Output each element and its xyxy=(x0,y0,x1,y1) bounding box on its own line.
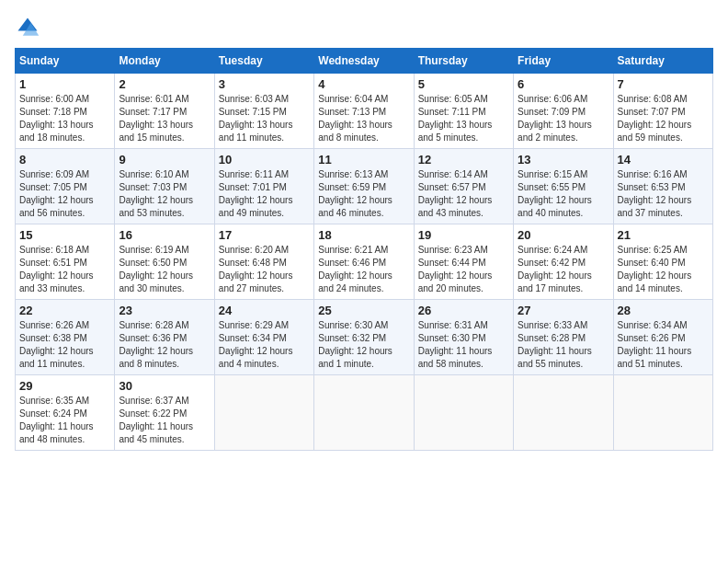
day-number: 17 xyxy=(219,228,310,242)
calendar-cell xyxy=(214,375,313,451)
calendar-cell: 23Sunrise: 6:28 AM Sunset: 6:36 PM Dayli… xyxy=(115,300,214,375)
calendar-cell xyxy=(414,375,513,451)
calendar-cell: 30Sunrise: 6:37 AM Sunset: 6:22 PM Dayli… xyxy=(115,375,214,451)
calendar-cell: 10Sunrise: 6:11 AM Sunset: 7:01 PM Dayli… xyxy=(214,149,313,224)
day-info: Sunrise: 6:37 AM Sunset: 6:22 PM Dayligh… xyxy=(119,395,210,446)
day-info: Sunrise: 6:34 AM Sunset: 6:26 PM Dayligh… xyxy=(618,319,709,371)
day-info: Sunrise: 6:29 AM Sunset: 6:34 PM Dayligh… xyxy=(219,319,310,371)
day-number: 23 xyxy=(119,304,210,317)
column-header-saturday: Saturday xyxy=(613,49,712,74)
day-number: 20 xyxy=(518,228,609,242)
day-info: Sunrise: 6:11 AM Sunset: 7:01 PM Dayligh… xyxy=(219,168,310,220)
day-info: Sunrise: 6:16 AM Sunset: 6:53 PM Dayligh… xyxy=(618,168,709,220)
week-row-4: 22Sunrise: 6:26 AM Sunset: 6:38 PM Dayli… xyxy=(16,300,713,375)
calendar-cell xyxy=(514,375,613,451)
calendar-cell: 26Sunrise: 6:31 AM Sunset: 6:30 PM Dayli… xyxy=(414,300,513,375)
calendar-cell: 13Sunrise: 6:15 AM Sunset: 6:55 PM Dayli… xyxy=(514,149,613,224)
calendar-cell: 4Sunrise: 6:04 AM Sunset: 7:13 PM Daylig… xyxy=(314,74,414,149)
calendar-cell: 8Sunrise: 6:09 AM Sunset: 7:05 PM Daylig… xyxy=(16,149,115,224)
day-number: 8 xyxy=(19,153,110,167)
day-info: Sunrise: 6:10 AM Sunset: 7:03 PM Dayligh… xyxy=(119,168,210,220)
calendar-cell: 18Sunrise: 6:21 AM Sunset: 6:46 PM Dayli… xyxy=(314,224,414,300)
calendar-cell: 1Sunrise: 6:00 AM Sunset: 7:18 PM Daylig… xyxy=(16,74,115,149)
day-number: 26 xyxy=(418,304,509,317)
calendar-cell: 9Sunrise: 6:10 AM Sunset: 7:03 PM Daylig… xyxy=(115,149,214,224)
calendar-cell: 6Sunrise: 6:06 AM Sunset: 7:09 PM Daylig… xyxy=(514,74,613,149)
logo xyxy=(15,15,44,40)
day-number: 5 xyxy=(418,77,509,91)
day-info: Sunrise: 6:04 AM Sunset: 7:13 PM Dayligh… xyxy=(318,93,409,144)
day-info: Sunrise: 6:35 AM Sunset: 6:24 PM Dayligh… xyxy=(19,395,110,446)
calendar-cell: 28Sunrise: 6:34 AM Sunset: 6:26 PM Dayli… xyxy=(613,300,712,375)
day-info: Sunrise: 6:00 AM Sunset: 7:18 PM Dayligh… xyxy=(19,93,110,144)
calendar-cell: 20Sunrise: 6:24 AM Sunset: 6:42 PM Dayli… xyxy=(514,224,613,300)
calendar-body: 1Sunrise: 6:00 AM Sunset: 7:18 PM Daylig… xyxy=(16,74,713,451)
calendar-cell: 17Sunrise: 6:20 AM Sunset: 6:48 PM Dayli… xyxy=(214,224,313,300)
day-number: 18 xyxy=(318,228,409,242)
day-info: Sunrise: 6:13 AM Sunset: 6:59 PM Dayligh… xyxy=(318,168,409,220)
day-number: 6 xyxy=(518,77,609,91)
calendar-cell: 11Sunrise: 6:13 AM Sunset: 6:59 PM Dayli… xyxy=(314,149,414,224)
day-number: 14 xyxy=(618,153,709,167)
calendar-table: SundayMondayTuesdayWednesdayThursdayFrid… xyxy=(15,48,713,451)
day-number: 15 xyxy=(19,228,110,242)
day-info: Sunrise: 6:01 AM Sunset: 7:17 PM Dayligh… xyxy=(119,93,210,144)
column-header-friday: Friday xyxy=(514,49,613,74)
day-number: 2 xyxy=(119,77,210,91)
day-info: Sunrise: 6:03 AM Sunset: 7:15 PM Dayligh… xyxy=(219,93,310,144)
day-info: Sunrise: 6:20 AM Sunset: 6:48 PM Dayligh… xyxy=(219,244,310,295)
day-info: Sunrise: 6:21 AM Sunset: 6:46 PM Dayligh… xyxy=(318,244,409,295)
calendar-cell: 27Sunrise: 6:33 AM Sunset: 6:28 PM Dayli… xyxy=(514,300,613,375)
day-info: Sunrise: 6:09 AM Sunset: 7:05 PM Dayligh… xyxy=(19,168,110,220)
calendar-header: SundayMondayTuesdayWednesdayThursdayFrid… xyxy=(16,49,713,74)
day-info: Sunrise: 6:30 AM Sunset: 6:32 PM Dayligh… xyxy=(318,319,409,371)
day-info: Sunrise: 6:14 AM Sunset: 6:57 PM Dayligh… xyxy=(418,168,509,220)
day-number: 12 xyxy=(418,153,509,167)
day-info: Sunrise: 6:25 AM Sunset: 6:40 PM Dayligh… xyxy=(618,244,709,295)
column-header-monday: Monday xyxy=(115,49,214,74)
calendar-cell: 22Sunrise: 6:26 AM Sunset: 6:38 PM Dayli… xyxy=(16,300,115,375)
calendar-cell: 2Sunrise: 6:01 AM Sunset: 7:17 PM Daylig… xyxy=(115,74,214,149)
day-number: 22 xyxy=(19,304,110,317)
day-info: Sunrise: 6:24 AM Sunset: 6:42 PM Dayligh… xyxy=(518,244,609,295)
day-info: Sunrise: 6:19 AM Sunset: 6:50 PM Dayligh… xyxy=(119,244,210,295)
calendar-cell: 29Sunrise: 6:35 AM Sunset: 6:24 PM Dayli… xyxy=(16,375,115,451)
day-info: Sunrise: 6:18 AM Sunset: 6:51 PM Dayligh… xyxy=(19,244,110,295)
page-header xyxy=(15,15,713,40)
header-row: SundayMondayTuesdayWednesdayThursdayFrid… xyxy=(16,49,713,74)
column-header-thursday: Thursday xyxy=(414,49,513,74)
calendar-cell: 12Sunrise: 6:14 AM Sunset: 6:57 PM Dayli… xyxy=(414,149,513,224)
day-number: 16 xyxy=(119,228,210,242)
day-number: 13 xyxy=(518,153,609,167)
day-number: 9 xyxy=(119,153,210,167)
day-number: 24 xyxy=(219,304,310,317)
calendar-cell xyxy=(314,375,414,451)
calendar-cell: 14Sunrise: 6:16 AM Sunset: 6:53 PM Dayli… xyxy=(613,149,712,224)
calendar-cell: 24Sunrise: 6:29 AM Sunset: 6:34 PM Dayli… xyxy=(214,300,313,375)
column-header-sunday: Sunday xyxy=(16,49,115,74)
calendar-cell: 3Sunrise: 6:03 AM Sunset: 7:15 PM Daylig… xyxy=(214,74,313,149)
calendar-cell: 5Sunrise: 6:05 AM Sunset: 7:11 PM Daylig… xyxy=(414,74,513,149)
calendar-cell: 19Sunrise: 6:23 AM Sunset: 6:44 PM Dayli… xyxy=(414,224,513,300)
day-info: Sunrise: 6:06 AM Sunset: 7:09 PM Dayligh… xyxy=(518,93,609,144)
calendar-cell xyxy=(613,375,712,451)
calendar-cell: 7Sunrise: 6:08 AM Sunset: 7:07 PM Daylig… xyxy=(613,74,712,149)
week-row-3: 15Sunrise: 6:18 AM Sunset: 6:51 PM Dayli… xyxy=(16,224,713,300)
week-row-1: 1Sunrise: 6:00 AM Sunset: 7:18 PM Daylig… xyxy=(16,74,713,149)
day-info: Sunrise: 6:26 AM Sunset: 6:38 PM Dayligh… xyxy=(19,319,110,371)
calendar-cell: 21Sunrise: 6:25 AM Sunset: 6:40 PM Dayli… xyxy=(613,224,712,300)
week-row-5: 29Sunrise: 6:35 AM Sunset: 6:24 PM Dayli… xyxy=(16,375,713,451)
day-number: 7 xyxy=(618,77,709,91)
day-info: Sunrise: 6:05 AM Sunset: 7:11 PM Dayligh… xyxy=(418,93,509,144)
day-number: 28 xyxy=(618,304,709,317)
day-info: Sunrise: 6:28 AM Sunset: 6:36 PM Dayligh… xyxy=(119,319,210,371)
logo-icon xyxy=(15,15,40,40)
day-number: 29 xyxy=(19,379,110,393)
day-number: 3 xyxy=(219,77,310,91)
day-number: 10 xyxy=(219,153,310,167)
column-header-tuesday: Tuesday xyxy=(214,49,313,74)
day-number: 11 xyxy=(318,153,409,167)
day-number: 30 xyxy=(119,379,210,393)
calendar-cell: 25Sunrise: 6:30 AM Sunset: 6:32 PM Dayli… xyxy=(314,300,414,375)
day-info: Sunrise: 6:31 AM Sunset: 6:30 PM Dayligh… xyxy=(418,319,509,371)
